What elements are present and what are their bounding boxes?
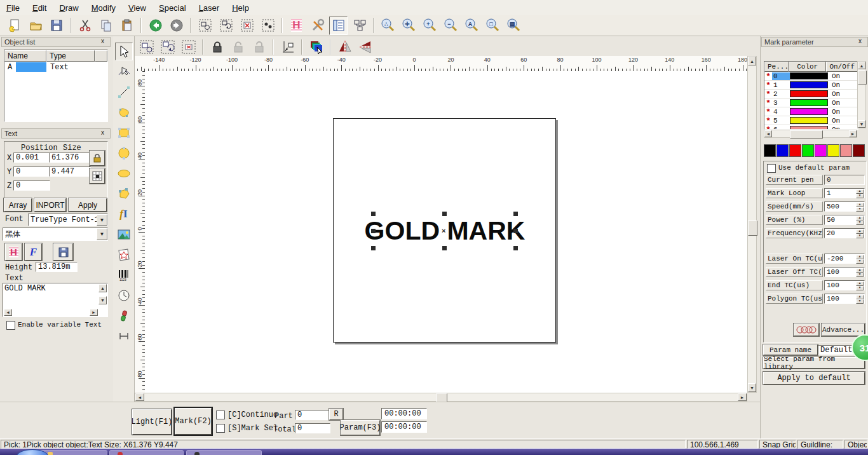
font-name-select[interactable]: 黑体▼: [3, 228, 108, 241]
spinner[interactable]: ▲▼: [856, 216, 864, 224]
pen-row[interactable]: *4On: [764, 107, 858, 116]
param-value-field[interactable]: 100▲▼: [824, 267, 865, 277]
param-value-field[interactable]: 1▲▼: [824, 188, 865, 198]
laser-test-button[interactable]: [794, 323, 819, 336]
scroll-left-icon[interactable]: ◄: [4, 309, 12, 316]
horizontal-scroll-thumb[interactable]: [436, 393, 447, 402]
mark-parameter-close-icon[interactable]: x: [855, 37, 865, 46]
select-tool-icon[interactable]: [115, 43, 133, 60]
scroll-right-icon[interactable]: ►: [90, 309, 98, 316]
bitmap-tool-icon[interactable]: [115, 226, 133, 243]
param-value-field[interactable]: 20▲▼: [824, 228, 865, 238]
palette-swatch[interactable]: [776, 144, 789, 157]
group-icon[interactable]: [350, 17, 369, 35]
menu-draw[interactable]: Draw: [53, 1, 85, 15]
scroll-right-icon[interactable]: ►: [738, 393, 747, 401]
text-panel-close-icon[interactable]: x: [98, 129, 107, 138]
node-edit-tool-icon[interactable]: [115, 63, 133, 81]
motion-tool-icon[interactable]: [115, 327, 133, 345]
cut-icon[interactable]: [76, 17, 94, 35]
taskbar-button[interactable]: [109, 450, 184, 455]
select-dots-icon[interactable]: [259, 17, 277, 35]
scroll-down-icon[interactable]: ▼: [748, 383, 756, 392]
zoom-out-icon[interactable]: −: [442, 17, 460, 35]
menu-view[interactable]: View: [122, 1, 153, 15]
inport-button[interactable]: INPORT: [34, 198, 66, 212]
pen-row[interactable]: *5On: [764, 116, 858, 125]
pen-table-hscrollbar[interactable]: ◄ ►: [764, 130, 857, 138]
palette-swatch[interactable]: [840, 144, 852, 157]
vertical-scroll-thumb[interactable]: [748, 221, 757, 236]
chevron-down-icon[interactable]: ▼: [97, 214, 107, 226]
save-icon[interactable]: [47, 17, 65, 35]
polygon-tool-icon[interactable]: [115, 185, 133, 203]
open-folder-icon[interactable]: [26, 17, 44, 35]
scroll-left-icon[interactable]: ◄: [135, 393, 144, 401]
palette-swatch[interactable]: [815, 144, 827, 157]
move-to-origin-icon[interactable]: [278, 37, 297, 56]
use-default-param-checkbox[interactable]: [767, 164, 776, 173]
canvas-horizontal-scrollbar[interactable]: ◄ ►: [135, 393, 747, 402]
x-position-field[interactable]: 0.001: [13, 153, 50, 163]
reset-part-button[interactable]: R: [329, 409, 343, 420]
pen-row[interactable]: *1On: [764, 81, 858, 90]
apply-button[interactable]: Apply: [69, 198, 107, 212]
taskbar-button[interactable]: [186, 450, 262, 455]
column-header-type[interactable]: Type: [46, 50, 95, 62]
object-row[interactable]: A Text: [4, 62, 107, 72]
scroll-down-icon[interactable]: ▼: [98, 296, 107, 304]
scroll-up-icon[interactable]: ▲: [748, 57, 756, 65]
total-count-field[interactable]: 0: [295, 423, 330, 433]
param-name-button[interactable]: Param name: [763, 344, 818, 355]
text-tool-icon[interactable]: fI: [115, 205, 133, 223]
scroll-up-icon[interactable]: ▲: [858, 62, 865, 69]
mirror-horizontal-icon[interactable]: [336, 37, 354, 56]
text-content-input[interactable]: GOLD MARK: [4, 284, 98, 309]
selection-handle[interactable]: [442, 246, 447, 250]
palette-swatch[interactable]: [789, 144, 801, 157]
selection-handle[interactable]: [513, 246, 518, 250]
rectangle-tool-icon[interactable]: [115, 124, 133, 142]
select-delete-icon[interactable]: [238, 17, 256, 35]
pen-row[interactable]: *3On: [764, 98, 858, 107]
center-to-origin-icon[interactable]: [179, 37, 198, 56]
save-text-style-button[interactable]: [53, 243, 73, 261]
select-param-library-button[interactable]: Select param from library: [763, 357, 865, 369]
menu-help[interactable]: Help: [226, 1, 255, 15]
selection-handle[interactable]: [371, 246, 376, 250]
spinner[interactable]: ▲▼: [856, 189, 864, 197]
taskbar-button[interactable]: [39, 450, 107, 455]
pen-row[interactable]: *2On: [764, 90, 858, 98]
hatch-icon[interactable]: H: [287, 17, 306, 35]
zoom-move-icon[interactable]: ✛: [400, 17, 418, 35]
column-header-pen[interactable]: Pe...: [764, 62, 789, 72]
pen-row[interactable]: *0On: [764, 72, 858, 81]
mirror-vertical-icon[interactable]: [356, 37, 375, 56]
zoom-window-icon[interactable]: ∴: [379, 17, 397, 35]
spinner[interactable]: ▲▼: [856, 229, 864, 237]
spinner[interactable]: ▲▼: [856, 203, 864, 210]
status-object[interactable]: Object:Off: [844, 440, 867, 449]
new-document-icon[interactable]: [5, 17, 24, 35]
menu-file[interactable]: File: [0, 1, 26, 15]
object-list-close-icon[interactable]: x: [98, 37, 107, 46]
scroll-up-icon[interactable]: ▲: [98, 284, 107, 292]
x-size-field[interactable]: 61.376: [49, 153, 91, 163]
menu-modify[interactable]: Modify: [85, 1, 122, 15]
size-transform-icon[interactable]: [137, 37, 156, 56]
chevron-down-icon[interactable]: ▼: [97, 228, 107, 240]
rotate-transform-icon[interactable]: [158, 37, 177, 56]
spinner[interactable]: ▲▼: [856, 268, 864, 276]
scroll-right-icon[interactable]: ►: [849, 130, 857, 137]
height-field[interactable]: 13.819m: [36, 262, 78, 272]
status-snap-grid[interactable]: Snap Grid: [759, 440, 796, 449]
enable-variable-text-checkbox[interactable]: [6, 321, 15, 330]
palette-swatch[interactable]: [853, 144, 865, 157]
zoom-in-icon[interactable]: +: [421, 17, 439, 35]
column-header-color[interactable]: Color: [789, 62, 826, 72]
menu-special[interactable]: Special: [153, 1, 193, 15]
zoom-all-icon[interactable]: A: [463, 17, 481, 35]
selection-handle[interactable]: [513, 212, 518, 216]
advance-button[interactable]: Advance...: [822, 323, 865, 336]
menu-edit[interactable]: Edit: [26, 1, 53, 15]
